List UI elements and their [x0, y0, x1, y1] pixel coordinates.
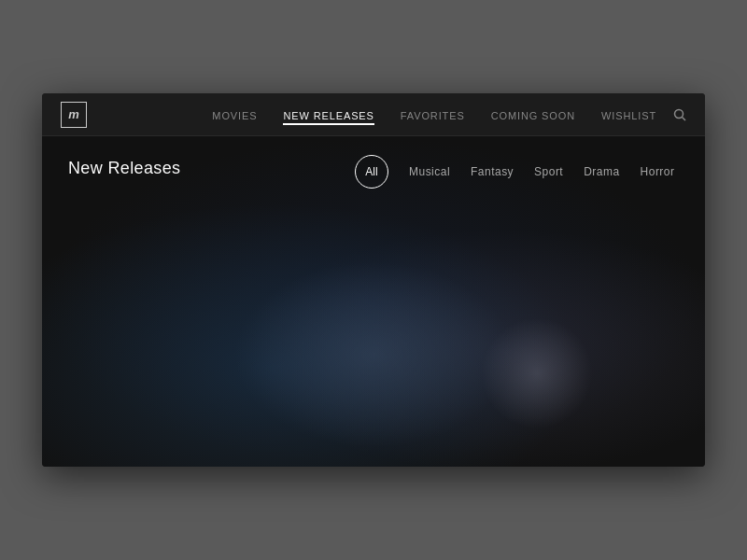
nav-link-wishlist[interactable]: WISHLIST — [601, 110, 656, 121]
svg-line-1 — [683, 117, 686, 120]
filter-fantasy[interactable]: Fantasy — [471, 165, 514, 178]
nav-link-favorites[interactable]: FAVORITES — [401, 110, 465, 121]
search-icon — [673, 108, 686, 121]
nav-item-new-releases[interactable]: NEW RELEASES — [283, 106, 374, 123]
content-area: New Releases AllMusicalFantasySportDrama… — [42, 136, 705, 467]
filter-musical[interactable]: Musical — [409, 165, 450, 178]
filter-all[interactable]: All — [355, 155, 388, 189]
nav-item-coming-soon[interactable]: COMING SOON — [491, 106, 575, 123]
navbar: m MOVIESNEW RELEASESFAVORITESCOMING SOON… — [42, 93, 705, 136]
app-window: m MOVIESNEW RELEASESFAVORITESCOMING SOON… — [42, 93, 705, 467]
filter-sport[interactable]: Sport — [534, 165, 563, 178]
filter-drama[interactable]: Drama — [584, 165, 619, 178]
nav-links: MOVIESNEW RELEASESFAVORITESCOMING SOONWI… — [212, 106, 656, 123]
nav-item-movies[interactable]: MOVIES — [212, 106, 257, 123]
filter-horror[interactable]: Horror — [641, 165, 675, 178]
nav-link-coming-soon[interactable]: COMING SOON — [491, 110, 575, 121]
filter-bar: AllMusicalFantasySportDramaHorror — [355, 155, 674, 189]
nav-item-wishlist[interactable]: WISHLIST — [601, 106, 656, 123]
nav-link-new-releases[interactable]: NEW RELEASES — [283, 110, 374, 125]
nav-link-movies[interactable]: MOVIES — [212, 110, 257, 121]
logo-label: m — [68, 107, 79, 121]
page-title: New Releases — [68, 159, 180, 178]
svg-point-0 — [675, 109, 684, 118]
logo[interactable]: m — [61, 102, 87, 128]
search-button[interactable] — [673, 108, 686, 121]
nav-item-favorites[interactable]: FAVORITES — [401, 106, 465, 123]
